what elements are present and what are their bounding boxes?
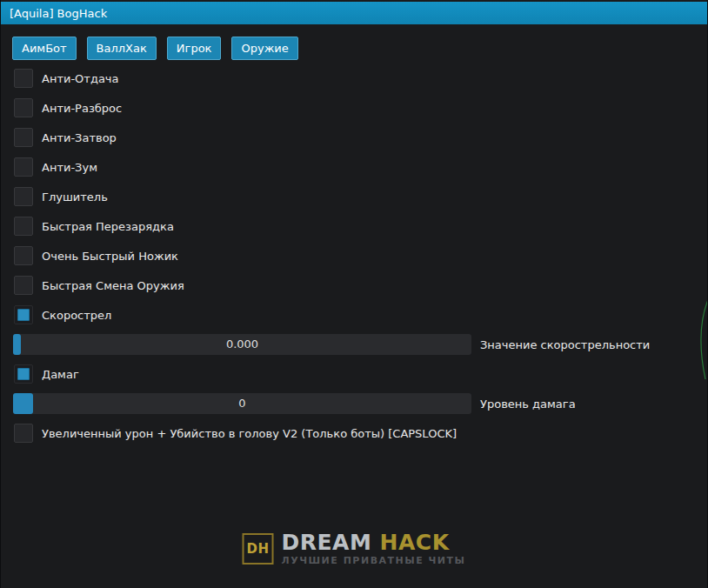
- option-row-anti-bolt: Анти-Затвор: [1, 123, 707, 152]
- option-row-bonus-damage: Увеличенный урон + Убийство в голову V2 …: [1, 418, 707, 448]
- checkbox-fast-switch[interactable]: [14, 276, 33, 295]
- checkbox-damage[interactable]: [14, 364, 33, 384]
- cheat-menu-window: [Aquila] BogHack АимБот ВаллХак Игрок Ор…: [0, 0, 708, 588]
- option-label: Скорострел: [42, 309, 111, 322]
- damage-slider[interactable]: 0: [13, 393, 471, 414]
- dreamhack-logo-icon: DH: [243, 533, 274, 565]
- titlebar[interactable]: [Aquila] BogHack: [1, 2, 707, 24]
- option-label: Анти-Зум: [42, 161, 97, 174]
- option-label: Увеличенный урон + Убийство в голову V2 …: [42, 427, 457, 440]
- damage-slider-row: 0 Уровень дамага: [1, 389, 707, 418]
- watermark-brand-primary: DREAM: [282, 530, 372, 555]
- checkbox-rapid-fire[interactable]: [14, 305, 33, 324]
- option-row-fast-reload: Быстрая Перезарядка: [1, 211, 707, 241]
- checkmark-fill: [17, 309, 30, 321]
- tab-wallhack[interactable]: ВаллХак: [87, 37, 157, 60]
- slider-caption: Значение скорострельности: [480, 338, 650, 351]
- tab-player[interactable]: Игрок: [167, 37, 222, 60]
- option-row-damage: Дамаг: [1, 359, 707, 389]
- option-label: Анти-Затвор: [42, 131, 117, 144]
- slider-value: 0.000: [13, 334, 471, 355]
- window-title: [Aquila] BogHack: [10, 7, 107, 20]
- option-row-fast-switch: Быстрая Смена Оружия: [1, 271, 707, 300]
- watermark-brand-secondary: HACK: [380, 530, 450, 555]
- watermark-tagline: ЛУЧШИЕ ПРИВАТНЫЕ ЧИТЫ: [282, 555, 466, 566]
- option-label: Глушитель: [42, 190, 108, 204]
- option-row-rapid-fire: Скорострел: [1, 300, 707, 330]
- option-row-anti-spread: Анти-Разброс: [1, 93, 707, 123]
- option-row-anti-recoil: Анти-Отдача: [1, 63, 707, 93]
- tab-bar: АимБот ВаллХак Игрок Оружие: [12, 37, 298, 60]
- checkbox-anti-recoil[interactable]: [14, 69, 33, 88]
- option-label: Анти-Разброс: [42, 102, 122, 115]
- rapid-fire-slider[interactable]: 0.000: [13, 334, 471, 355]
- checkbox-silencer[interactable]: [14, 187, 33, 206]
- slider-value: 0: [13, 393, 471, 414]
- option-label: Анти-Отдача: [42, 72, 119, 85]
- rapid-fire-slider-row: 0.000 Значение скорострельности: [1, 330, 707, 359]
- option-label: Дамаг: [42, 368, 79, 381]
- checkbox-fast-reload[interactable]: [14, 217, 33, 236]
- checkmark-fill: [17, 368, 30, 380]
- checkbox-anti-bolt[interactable]: [14, 128, 33, 147]
- checkbox-anti-spread[interactable]: [14, 98, 33, 117]
- tab-aimbot[interactable]: АимБот: [12, 37, 77, 60]
- checkbox-anti-zoom[interactable]: [14, 157, 33, 177]
- option-row-anti-zoom: Анти-Зум: [1, 152, 707, 182]
- option-row-fast-knife: Очень Быстрый Ножик: [1, 241, 707, 271]
- checkbox-bonus-damage[interactable]: [14, 424, 33, 443]
- watermark-brand: DREAM HACK: [282, 531, 466, 553]
- option-label: Быстрая Смена Оружия: [42, 279, 184, 292]
- slider-caption: Уровень дамага: [480, 398, 576, 411]
- option-label: Быстрая Перезарядка: [42, 220, 174, 233]
- option-row-silencer: Глушитель: [1, 182, 707, 211]
- checkbox-fast-knife[interactable]: [14, 246, 33, 265]
- option-label: Очень Быстрый Ножик: [42, 250, 178, 263]
- watermark: DH DREAM HACK ЛУЧШИЕ ПРИВАТНЫЕ ЧИТЫ: [243, 531, 466, 566]
- tab-weapon[interactable]: Оружие: [231, 37, 297, 60]
- options-list: Анти-Отдача Анти-Разброс Анти-Затвор Ант…: [1, 63, 707, 448]
